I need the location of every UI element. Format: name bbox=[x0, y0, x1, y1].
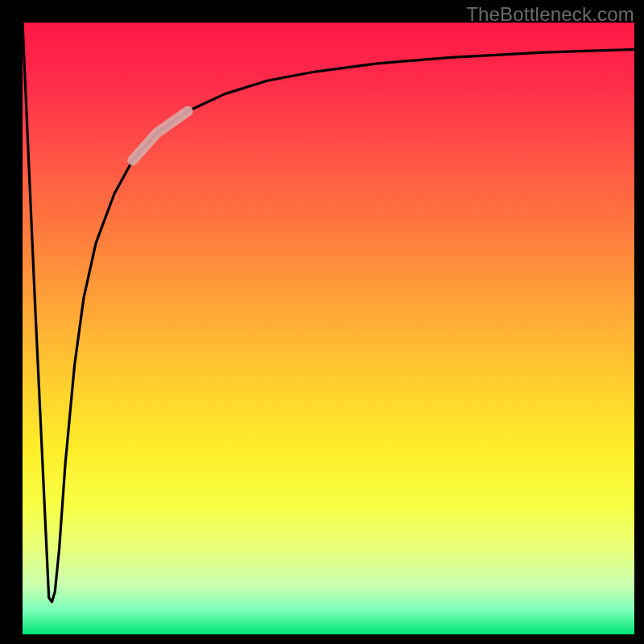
chart-stage: TheBottleneck.com bbox=[0, 0, 644, 644]
curve-layer bbox=[23, 23, 634, 634]
curve-highlight bbox=[133, 111, 188, 160]
plot-area bbox=[23, 23, 634, 634]
bottleneck-curve bbox=[23, 23, 634, 602]
